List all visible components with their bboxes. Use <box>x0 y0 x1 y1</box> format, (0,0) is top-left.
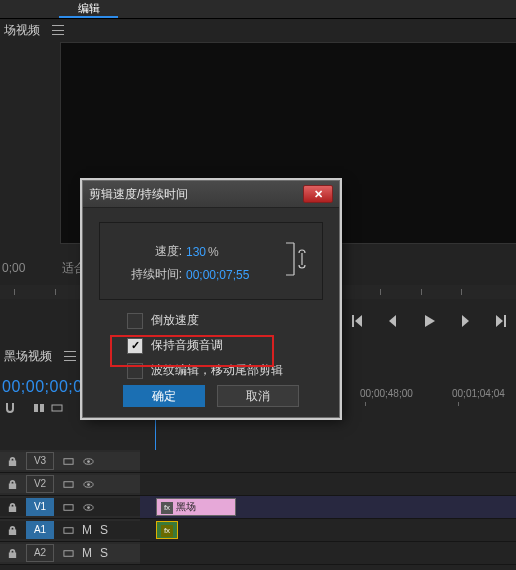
ruler-time-label: 00;00;48;00 <box>360 388 413 399</box>
step-forward-button[interactable] <box>456 312 474 330</box>
track-lane-v3[interactable] <box>140 450 516 472</box>
step-back-button[interactable] <box>384 312 402 330</box>
menu-item[interactable] <box>295 0 354 18</box>
speed-value[interactable]: 130 <box>186 245 206 259</box>
svg-point-11 <box>87 506 90 509</box>
menu-item[interactable] <box>0 0 59 18</box>
track-label-v1[interactable]: V1 <box>26 498 54 516</box>
sequence-tab-label[interactable]: 黑场视频 <box>4 348 52 365</box>
eye-icon[interactable] <box>82 455 94 467</box>
track-lane-v2[interactable] <box>140 473 516 495</box>
mute-button[interactable]: M <box>82 546 92 560</box>
duration-label: 持续时间: <box>110 266 182 283</box>
video-clip[interactable]: fx黑场 <box>156 498 236 516</box>
marker-icon[interactable] <box>34 401 64 415</box>
eye-icon[interactable] <box>82 501 94 513</box>
audio-clip[interactable]: fx <box>156 521 178 539</box>
close-icon: ✕ <box>314 188 323 201</box>
snap-icon[interactable] <box>2 400 18 416</box>
ripple-checkbox[interactable] <box>127 363 143 379</box>
program-timecode[interactable]: 0;00 <box>0 261 56 275</box>
panel-tab-label[interactable]: 场视频 <box>4 22 40 39</box>
fx-badge: fx <box>161 502 173 514</box>
svg-rect-13 <box>63 550 72 556</box>
play-button[interactable] <box>420 312 438 330</box>
reverse-label: 倒放速度 <box>151 312 199 329</box>
goto-start-button[interactable] <box>348 312 366 330</box>
track-lane-a1[interactable]: fx <box>140 519 516 541</box>
dialog-title: 剪辑速度/持续时间 <box>89 186 188 203</box>
ok-button[interactable]: 确定 <box>123 385 205 407</box>
svg-point-8 <box>87 483 90 486</box>
speed-duration-dialog: 剪辑速度/持续时间 ✕ 速度: 130 % 持续时间: 00;00;07;55 <box>82 180 340 418</box>
lock-icon[interactable] <box>6 524 18 536</box>
ripple-label: 波纹编辑，移动尾部剪辑 <box>151 362 283 379</box>
lock-icon[interactable] <box>6 455 18 467</box>
menu-item[interactable] <box>177 0 236 18</box>
track-label-v2[interactable]: V2 <box>26 475 54 493</box>
clip-name: 黑场 <box>176 501 196 512</box>
goto-end-button[interactable] <box>492 312 510 330</box>
svg-rect-1 <box>40 404 44 412</box>
svg-rect-3 <box>63 458 72 464</box>
sequence-menu-icon[interactable] <box>64 351 76 361</box>
svg-rect-12 <box>63 527 72 533</box>
solo-button[interactable]: S <box>100 523 108 537</box>
solo-button[interactable]: S <box>100 546 108 560</box>
lock-icon[interactable] <box>6 547 18 559</box>
speed-percent: % <box>208 245 219 259</box>
link-icon[interactable] <box>282 237 312 281</box>
toggle-output-icon[interactable] <box>62 501 74 513</box>
maintain-pitch-label: 保持音频音调 <box>151 337 223 354</box>
toggle-output-icon[interactable] <box>62 478 74 490</box>
speed-label: 速度: <box>110 243 182 260</box>
sequence-timecode[interactable]: 00;00;00;00 <box>0 378 92 396</box>
duration-value[interactable]: 00;00;07;55 <box>186 268 249 282</box>
svg-rect-9 <box>63 504 72 510</box>
track-lane-a2[interactable] <box>140 542 516 564</box>
reverse-checkbox[interactable] <box>127 313 143 329</box>
track-label-a1[interactable]: A1 <box>26 521 54 539</box>
lock-icon[interactable] <box>6 501 18 513</box>
panel-menu-icon[interactable] <box>52 25 64 35</box>
svg-point-5 <box>87 460 90 463</box>
close-button[interactable]: ✕ <box>303 185 333 203</box>
toggle-output-icon[interactable] <box>62 455 74 467</box>
track-label-a2[interactable]: A2 <box>26 544 54 562</box>
mute-button[interactable]: M <box>82 523 92 537</box>
menu-item[interactable] <box>118 0 177 18</box>
menu-item-edit[interactable]: 编辑 <box>59 0 118 18</box>
toggle-output-icon[interactable] <box>62 524 74 536</box>
fx-badge: fx <box>161 525 173 537</box>
toggle-output-icon[interactable] <box>62 547 74 559</box>
eye-icon[interactable] <box>82 478 94 490</box>
svg-rect-6 <box>63 481 72 487</box>
cancel-button[interactable]: 取消 <box>217 385 299 407</box>
ruler-time-label: 00;01;04;04 <box>452 388 505 399</box>
track-label-v3[interactable]: V3 <box>26 452 54 470</box>
maintain-pitch-checkbox[interactable]: ✓ <box>127 338 143 354</box>
track-lane-v1[interactable]: fx黑场 <box>140 496 516 518</box>
menu-item[interactable] <box>236 0 295 18</box>
lock-icon[interactable] <box>6 478 18 490</box>
svg-rect-0 <box>34 404 38 412</box>
svg-rect-2 <box>52 405 62 411</box>
